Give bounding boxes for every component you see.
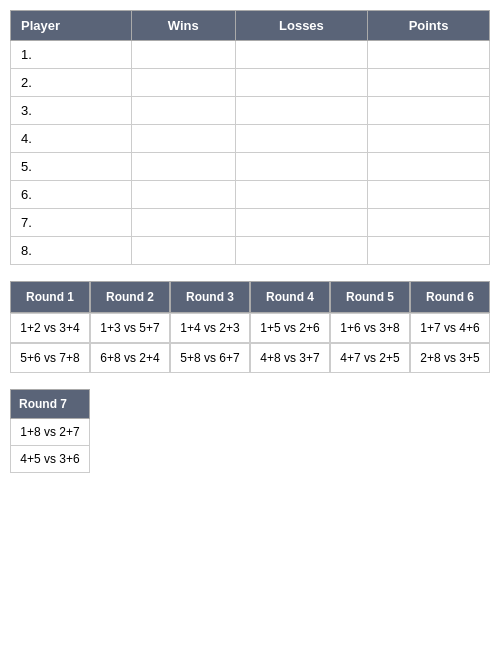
player-num: 1. — [11, 41, 132, 69]
table-row: 1. — [11, 41, 490, 69]
round7-header: Round 7 — [11, 390, 90, 419]
table-row: 3. — [11, 97, 490, 125]
player-points — [368, 237, 490, 265]
table-row: 5. — [11, 153, 490, 181]
round4-row2-cell: 4+8 vs 3+7 — [250, 343, 330, 373]
player-points — [368, 41, 490, 69]
player-points — [368, 153, 490, 181]
round3-row2-cell: 5+8 vs 6+7 — [170, 343, 250, 373]
round6-row1-cell: 1+7 vs 4+6 — [410, 313, 490, 343]
player-losses — [235, 41, 367, 69]
table-row: 8. — [11, 237, 490, 265]
player-num: 3. — [11, 97, 132, 125]
round5-header: Round 5 — [330, 281, 410, 313]
round4-header: Round 4 — [250, 281, 330, 313]
player-num: 7. — [11, 209, 132, 237]
player-wins — [131, 41, 235, 69]
player-points — [368, 125, 490, 153]
player-num: 8. — [11, 237, 132, 265]
player-losses — [235, 125, 367, 153]
player-points — [368, 209, 490, 237]
player-losses — [235, 181, 367, 209]
player-num: 2. — [11, 69, 132, 97]
player-num: 5. — [11, 153, 132, 181]
player-num: 6. — [11, 181, 132, 209]
table-row: 6. — [11, 181, 490, 209]
round6-row2-cell: 2+8 vs 3+5 — [410, 343, 490, 373]
player-wins — [131, 237, 235, 265]
round3-row1-cell: 1+4 vs 2+3 — [170, 313, 250, 343]
round7-table: Round 7 1+8 vs 2+74+5 vs 3+6 — [10, 389, 90, 473]
player-wins — [131, 209, 235, 237]
table-row: 4. — [11, 125, 490, 153]
round7-row1-cell: 1+8 vs 2+7 — [11, 419, 90, 446]
round2-row1-cell: 1+3 vs 5+7 — [90, 313, 170, 343]
list-item: 1+8 vs 2+7 — [11, 419, 90, 446]
player-points — [368, 181, 490, 209]
round2-header: Round 2 — [90, 281, 170, 313]
round3-header: Round 3 — [170, 281, 250, 313]
player-num: 4. — [11, 125, 132, 153]
player-wins — [131, 97, 235, 125]
points-col-header: Points — [368, 11, 490, 41]
round5-row2-cell: 4+7 vs 2+5 — [330, 343, 410, 373]
player-col-header: Player — [11, 11, 132, 41]
round1-row1-cell: 1+2 vs 3+4 — [10, 313, 90, 343]
player-wins — [131, 181, 235, 209]
player-losses — [235, 237, 367, 265]
player-points — [368, 97, 490, 125]
round5-row1-cell: 1+6 vs 3+8 — [330, 313, 410, 343]
round1-row2-cell: 5+6 vs 7+8 — [10, 343, 90, 373]
players-table: Player Wins Losses Points 1. 2. 3. 4. — [10, 10, 490, 265]
round4-row1-cell: 1+5 vs 2+6 — [250, 313, 330, 343]
player-wins — [131, 69, 235, 97]
player-wins — [131, 125, 235, 153]
player-losses — [235, 153, 367, 181]
player-points — [368, 69, 490, 97]
round2-row2-cell: 6+8 vs 2+4 — [90, 343, 170, 373]
wins-col-header: Wins — [131, 11, 235, 41]
player-losses — [235, 97, 367, 125]
player-losses — [235, 69, 367, 97]
table-row: 2. — [11, 69, 490, 97]
table-row: 7. — [11, 209, 490, 237]
player-wins — [131, 153, 235, 181]
round7-row2-cell: 4+5 vs 3+6 — [11, 446, 90, 473]
losses-col-header: Losses — [235, 11, 367, 41]
round6-header: Round 6 — [410, 281, 490, 313]
round1-header: Round 1 — [10, 281, 90, 313]
list-item: 4+5 vs 3+6 — [11, 446, 90, 473]
player-losses — [235, 209, 367, 237]
rounds-grid: Round 1Round 2Round 3Round 4Round 5Round… — [10, 281, 490, 373]
